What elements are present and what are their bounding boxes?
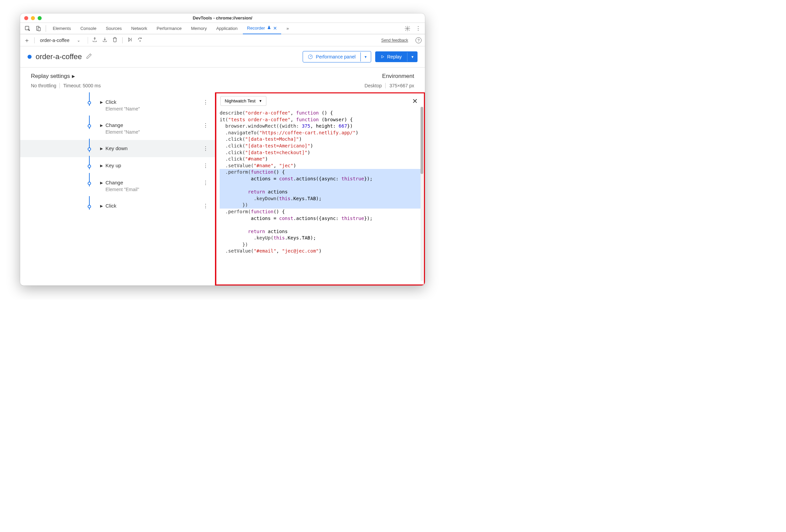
tab-console[interactable]: Console xyxy=(76,23,100,34)
svg-point-3 xyxy=(407,27,409,29)
import-icon[interactable] xyxy=(102,37,108,44)
step-menu-icon[interactable]: ⋮ xyxy=(203,99,215,106)
export-format-label: Nightwatch Test xyxy=(225,98,256,103)
flask-icon xyxy=(267,25,271,30)
send-feedback-link[interactable]: Send feedback xyxy=(381,38,408,43)
close-panel-button[interactable]: ✕ xyxy=(410,97,420,105)
close-tab-icon[interactable]: ✕ xyxy=(273,25,277,31)
step-subtitle: Element "Name" xyxy=(106,129,140,135)
play-step-icon[interactable] xyxy=(127,37,133,44)
step-over-icon[interactable] xyxy=(137,37,143,44)
help-icon[interactable]: ? xyxy=(416,37,421,43)
tab-sources[interactable]: Sources xyxy=(102,23,126,34)
recording-title: order-a-coffee xyxy=(36,52,82,61)
status-dot xyxy=(27,55,31,59)
tab-network[interactable]: Network xyxy=(127,23,152,34)
tab-application[interactable]: Application xyxy=(212,23,242,34)
step-item[interactable]: ▶ Key down ⋮ xyxy=(20,140,215,157)
timeline-dot xyxy=(88,205,91,208)
devtools-tabs: Elements Console Sources Network Perform… xyxy=(20,23,425,34)
recording-dropdown-icon[interactable]: ⌄ xyxy=(75,38,82,43)
step-item[interactable]: ▶ Click Element "Name" ⋮ xyxy=(20,94,215,117)
chevron-right-icon: ▶ xyxy=(100,164,103,168)
step-menu-icon[interactable]: ⋮ xyxy=(203,163,215,169)
inspect-icon[interactable] xyxy=(23,24,32,33)
new-recording-button[interactable]: ＋ xyxy=(24,37,30,44)
replay-settings-toggle[interactable]: Replay settings ▶ xyxy=(31,73,101,79)
window-title: DevTools - chrome://version/ xyxy=(20,16,425,21)
env-dimensions: 375×667 px xyxy=(389,83,414,88)
tab-recorder-label: Recorder xyxy=(247,25,265,30)
recording-header: order-a-coffee Performance panel ▼ Repla… xyxy=(20,46,425,68)
step-item[interactable]: ▶ Change Element "Name" ⋮ xyxy=(20,117,215,140)
export-format-select[interactable]: Nightwatch Test ▼ xyxy=(221,96,267,106)
scrollbar-thumb[interactable] xyxy=(420,107,423,174)
replay-dropdown-icon[interactable]: ▼ xyxy=(407,52,418,62)
devtools-window: DevTools - chrome://version/ Elements Co… xyxy=(20,14,425,285)
step-title: Change xyxy=(106,122,140,128)
code-body[interactable]: describe("order-a-coffee", function () {… xyxy=(216,109,424,284)
environment-title: Environment xyxy=(365,73,414,79)
step-title: Click xyxy=(106,99,140,105)
edit-icon[interactable] xyxy=(86,53,92,61)
tab-overflow[interactable]: » xyxy=(282,23,293,34)
performance-panel-label: Performance panel xyxy=(316,54,355,60)
step-title: Key up xyxy=(106,163,121,168)
chevron-right-icon: ▶ xyxy=(100,146,103,151)
tab-performance[interactable]: Performance xyxy=(153,23,185,34)
env-device: Desktop xyxy=(365,83,385,88)
chevron-right-icon: ▶ xyxy=(100,204,103,208)
step-item[interactable]: ▶ Key up ⋮ xyxy=(20,157,215,174)
delete-icon[interactable] xyxy=(112,37,118,44)
timeline-dot xyxy=(88,182,91,185)
svg-rect-2 xyxy=(38,27,40,31)
throttling-value[interactable]: No throttling xyxy=(31,83,60,88)
chevron-down-icon: ▼ xyxy=(259,99,262,103)
tab-elements[interactable]: Elements xyxy=(49,23,75,34)
tab-recorder[interactable]: Recorder ✕ xyxy=(243,23,281,34)
step-item[interactable]: ▶ Click ⋮ xyxy=(20,198,215,215)
chevron-right-icon: ▶ xyxy=(100,181,103,185)
timeline-dot xyxy=(88,147,91,151)
replay-button-label: Replay xyxy=(387,54,402,60)
step-item[interactable]: ▶ Change Element "Email" ⋮ xyxy=(20,174,215,198)
step-menu-icon[interactable]: ⋮ xyxy=(203,122,215,129)
steps-list: ▶ Click Element "Name" ⋮ ▶ Change Elemen… xyxy=(20,92,215,285)
step-title: Click xyxy=(106,203,117,209)
code-export-panel: Nightwatch Test ▼ ✕ describe("order-a-co… xyxy=(215,92,425,285)
step-title: Change xyxy=(106,180,139,185)
chevron-right-icon: ▶ xyxy=(100,123,103,128)
step-subtitle: Element "Name" xyxy=(106,106,140,112)
timeout-value[interactable]: Timeout: 5000 ms xyxy=(63,83,101,88)
tab-memory[interactable]: Memory xyxy=(187,23,211,34)
step-subtitle: Element "Email" xyxy=(106,187,139,192)
timeline-dot xyxy=(88,124,91,128)
titlebar: DevTools - chrome://version/ xyxy=(20,14,425,23)
settings-row: Replay settings ▶ No throttling Timeout:… xyxy=(20,68,425,88)
svg-point-4 xyxy=(140,41,140,41)
recording-name[interactable]: order-a-coffee xyxy=(39,38,71,43)
recorder-toolbar: ＋ order-a-coffee ⌄ Send feedback ? xyxy=(20,34,425,46)
step-menu-icon[interactable]: ⋮ xyxy=(203,145,215,152)
step-menu-icon[interactable]: ⋮ xyxy=(203,203,215,209)
performance-dropdown-icon[interactable]: ▼ xyxy=(361,52,371,62)
export-icon[interactable] xyxy=(92,37,97,44)
timeline-dot xyxy=(88,165,91,168)
device-icon[interactable] xyxy=(33,24,43,33)
settings-icon[interactable] xyxy=(403,24,412,32)
timeline-dot xyxy=(88,101,91,105)
kebab-menu-icon[interactable]: ⋮ xyxy=(414,24,422,32)
replay-button[interactable]: Replay ▼ xyxy=(375,51,418,62)
chevron-right-icon: ▶ xyxy=(100,100,103,105)
step-menu-icon[interactable]: ⋮ xyxy=(203,180,215,186)
performance-panel-button[interactable]: Performance panel ▼ xyxy=(303,51,371,63)
main-area: ▶ Click Element "Name" ⋮ ▶ Change Elemen… xyxy=(20,92,425,285)
step-title: Key down xyxy=(106,145,128,151)
chevron-right-icon: ▶ xyxy=(72,74,75,78)
